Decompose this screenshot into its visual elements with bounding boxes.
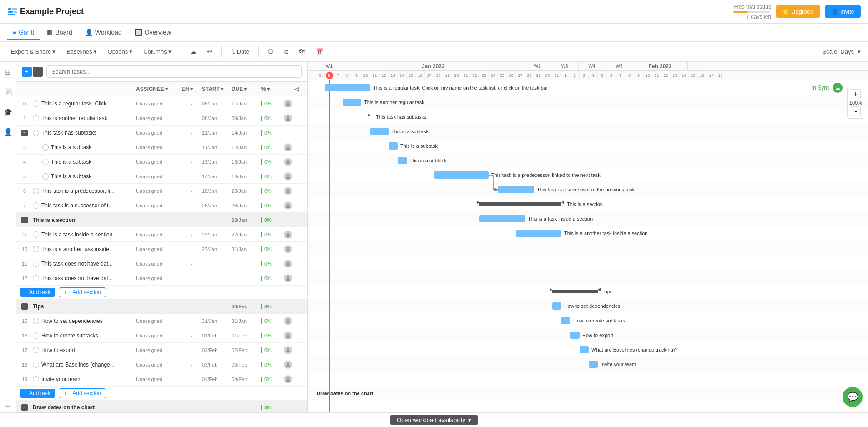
gantt-day: 14 xyxy=(398,71,407,80)
table-row[interactable]: 12 This task does not have dat... Unassi… xyxy=(16,271,307,286)
search-input[interactable] xyxy=(46,65,302,78)
section-row[interactable]: − This is a section - 23/Jan 0% xyxy=(16,213,307,227)
add-task-button-2[interactable]: + Add task xyxy=(20,389,55,398)
svg-point-17 xyxy=(287,333,289,336)
date-button[interactable]: ⇅ Date xyxy=(227,46,253,57)
columns-button[interactable]: Columns ▾ xyxy=(140,46,175,57)
chat-bubble-button[interactable]: 💬 xyxy=(843,387,863,407)
table-row[interactable]: 3 This is a subtask Unassigned - 11/Jan … xyxy=(16,140,307,155)
svg-rect-57 xyxy=(516,230,561,237)
table-row[interactable]: 17 How to export Unassigned - 02/Feb 02/… xyxy=(16,343,307,357)
gantt-days-container: 5678910111213141516171819202122232425262… xyxy=(316,71,868,80)
calendar-icon: 📅 xyxy=(316,48,323,55)
col-eh-header[interactable]: EH▾ xyxy=(182,86,202,92)
svg-rect-63 xyxy=(552,302,561,310)
tab-workload[interactable]: 👤 Workload xyxy=(80,26,127,40)
svg-point-7 xyxy=(287,145,289,147)
collapse-all-button[interactable]: - xyxy=(33,67,43,77)
section-row-draw[interactable]: − Draw dates on the chart - 0% xyxy=(16,400,307,412)
table-row[interactable]: 7 This task is a successor of t... Unass… xyxy=(16,198,307,213)
tab-board[interactable]: ▦ Board xyxy=(41,26,77,40)
add-section-button-2[interactable]: + + Add section xyxy=(59,388,106,398)
gantt-day: 1 xyxy=(561,71,570,80)
gantt-day: 17 xyxy=(707,71,716,80)
avatar xyxy=(284,260,292,268)
sidebar-home-icon[interactable]: ⊞ xyxy=(2,65,15,78)
cloud-button[interactable]: ☁ xyxy=(187,46,200,57)
check-icon xyxy=(33,231,39,238)
sidebar-icons: ⊞ 📄 🎓 👤 ↔ xyxy=(0,62,16,412)
export-share-button[interactable]: Export & Share ▾ xyxy=(7,46,59,57)
expand-all-button[interactable]: + xyxy=(22,67,32,77)
avatar xyxy=(284,201,292,210)
table-row[interactable]: 0 This is a regular task. Click ... Unas… xyxy=(16,96,307,111)
invite-button[interactable]: 👤 Invite xyxy=(825,5,861,18)
gantt-day: 7 xyxy=(334,71,343,80)
svg-text:This is a another task inside : This is a another task inside a section xyxy=(564,231,647,236)
plus-icon: + xyxy=(25,390,28,397)
svg-point-9 xyxy=(287,174,289,176)
section-row-tips[interactable]: − Tips - 04/Feb 0% xyxy=(16,299,307,314)
sidebar-hat-icon[interactable]: 🎓 xyxy=(2,105,15,118)
table-row[interactable]: 18 What are Baselines (change... Unassig… xyxy=(16,357,307,372)
open-workload-button[interactable]: Open workload availability ▾ xyxy=(390,415,478,425)
upgrade-button[interactable]: ⭐ Upgrade xyxy=(776,5,820,18)
check-icon xyxy=(33,100,39,107)
task-rows: 0 This is a regular task. Click ... Unas… xyxy=(16,96,307,412)
avatar xyxy=(284,274,292,282)
table-row[interactable]: 15 How to set dependencies Unassigned - … xyxy=(16,314,307,328)
zoom-in-button[interactable]: + xyxy=(851,89,861,99)
table-row[interactable]: 19 Invite your team Unassigned - 04/Feb … xyxy=(16,372,307,387)
gantt-day: 22 xyxy=(470,71,479,80)
options-button[interactable]: Options ▾ xyxy=(104,46,136,57)
tab-overview[interactable]: 🔲 Overview xyxy=(129,26,177,40)
calendar-button[interactable]: 📅 xyxy=(312,46,327,57)
add-section-button-1[interactable]: + + Add section xyxy=(59,287,106,297)
check-icon xyxy=(42,159,49,165)
expand-buttons: + - xyxy=(22,67,43,77)
table-row[interactable]: 16 How to create subtasks Unassigned - 0… xyxy=(16,328,307,343)
zoom-out-button[interactable]: - xyxy=(851,106,861,116)
gantt-day: 31 xyxy=(552,71,561,80)
svg-text:How to set dependencies: How to set dependencies xyxy=(564,303,621,309)
collapse-icon: − xyxy=(21,217,28,223)
svg-text:Draw dates on the chart: Draw dates on the chart xyxy=(317,391,373,396)
table-row[interactable]: 11 This task does not have dat... Unassi… xyxy=(16,256,307,271)
col-start-header[interactable]: START▾ xyxy=(202,86,232,92)
tab-gantt[interactable]: ≡ Gantt xyxy=(7,26,40,40)
table-row[interactable]: 5 This is a subtask Unassigned - 14/Jan … xyxy=(16,169,307,184)
svg-rect-28 xyxy=(308,270,868,284)
check-icon xyxy=(33,261,39,267)
gantt-day: 9 xyxy=(352,71,361,80)
sidebar-file-icon[interactable]: 📄 xyxy=(2,85,15,98)
add-task-button-1[interactable]: + Add task xyxy=(20,288,55,297)
svg-point-10 xyxy=(287,189,289,191)
dependency-button[interactable]: ⎔ xyxy=(264,46,277,57)
app-icon xyxy=(7,6,18,17)
undo-button[interactable]: ↩ xyxy=(203,46,216,57)
table-row[interactable]: 4 This is a subtask Unassigned - 13/Jan … xyxy=(16,155,307,169)
avatar xyxy=(284,375,292,383)
table-row[interactable]: 6 This task is a predecessor, li... Unas… xyxy=(16,184,307,198)
table-row[interactable]: 10 This is a another task inside... Unas… xyxy=(16,242,307,256)
sidebar-expand-icon[interactable]: ↔ xyxy=(2,400,15,412)
baselines-button[interactable]: Baselines ▾ xyxy=(63,46,100,57)
gantt-day: 13 xyxy=(389,71,398,80)
table-row[interactable]: − This task has subtasks Unassigned - 11… xyxy=(16,126,307,140)
table-row[interactable]: 1 This is another regular task Unassigne… xyxy=(16,111,307,126)
svg-point-14 xyxy=(287,261,289,264)
svg-rect-31 xyxy=(308,357,868,372)
svg-text:This is a section: This is a section xyxy=(567,201,603,207)
sidebar-person-icon[interactable]: 👤 xyxy=(2,126,15,138)
zoom-level: 100% xyxy=(849,100,862,105)
gantt-day: 18 xyxy=(434,71,443,80)
col-pct-header[interactable]: %▾ xyxy=(261,86,282,92)
col-due-header[interactable]: DUE▾ xyxy=(232,86,261,92)
table-row[interactable]: 9 This is a task inside a section Unassi… xyxy=(16,227,307,242)
map-button[interactable]: 🗺 xyxy=(295,46,308,57)
col-assignee-header[interactable]: ASSIGNEE▾ xyxy=(136,86,182,92)
gantt-day: 23 xyxy=(479,71,489,80)
check-icon xyxy=(33,318,39,324)
copy-button[interactable]: ⧉ xyxy=(280,46,292,57)
svg-rect-36 xyxy=(343,99,361,106)
